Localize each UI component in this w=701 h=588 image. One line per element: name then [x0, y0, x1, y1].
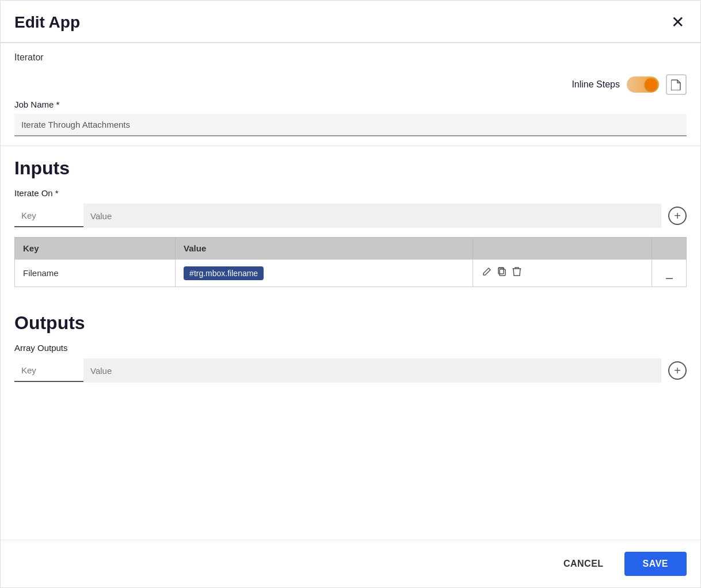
iterate-on-add-button[interactable]: +	[668, 207, 687, 225]
inline-steps-toggle[interactable]	[627, 77, 659, 93]
iterate-on-label: Iterate On *	[14, 188, 687, 198]
inputs-section: Inputs Iterate On * + Key Value	[1, 146, 700, 287]
plus-icon: +	[674, 209, 681, 223]
edit-app-dialog: Edit App ✕ Iterator Inline Steps	[0, 0, 701, 588]
iterator-section: Iterator	[1, 43, 700, 65]
toggle-track[interactable]	[627, 77, 659, 93]
toggle-thumb	[645, 78, 657, 91]
dialog-footer: CANCEL SAVE	[1, 540, 700, 587]
inputs-table-header: Key Value	[15, 238, 687, 259]
delete-row-button[interactable]	[511, 265, 523, 281]
inline-steps-row: Inline Steps	[1, 65, 700, 100]
inline-steps-label: Inline Steps	[572, 79, 620, 90]
copy-row-button[interactable]	[496, 266, 508, 280]
copy-icon	[497, 267, 506, 276]
row-key-cell: Filename	[15, 259, 176, 287]
array-outputs-key-input[interactable]	[14, 360, 83, 382]
iterate-on-input-row: +	[14, 204, 687, 228]
edit-row-button[interactable]	[481, 266, 493, 280]
edit-icon	[482, 267, 492, 276]
dialog-header: Edit App ✕	[1, 1, 700, 43]
row-value-cell: #trg.mbox.filename	[176, 259, 473, 287]
array-outputs-input-row: +	[14, 358, 687, 383]
value-tag: #trg.mbox.filename	[184, 266, 264, 280]
svg-rect-0	[500, 269, 505, 276]
drag-column-header	[652, 238, 687, 259]
cancel-button[interactable]: CANCEL	[552, 553, 615, 575]
table-row: Filename #trg.mbox.filename	[15, 259, 687, 287]
key-column-header: Key	[15, 238, 176, 259]
iterator-label: Iterator	[14, 52, 44, 62]
iterate-on-value-input[interactable]	[83, 204, 661, 228]
outputs-heading: Outputs	[14, 312, 687, 334]
close-button[interactable]: ✕	[669, 12, 687, 33]
array-outputs-add-button[interactable]: +	[668, 361, 687, 380]
dialog-body: Iterator Inline Steps Job Name *	[1, 43, 700, 540]
dialog-title: Edit App	[14, 13, 80, 32]
row-actions-cell	[473, 259, 652, 287]
inputs-table: Key Value Filename #trg.mbox.filename	[14, 237, 687, 287]
array-outputs-value-input[interactable]	[83, 358, 661, 383]
delete-icon	[512, 266, 521, 277]
job-name-section: Job Name *	[1, 100, 700, 146]
plus-icon: +	[674, 364, 681, 377]
file-icon	[671, 79, 681, 90]
inputs-heading: Inputs	[14, 158, 687, 179]
value-column-header: Value	[176, 238, 473, 259]
row-action-icons	[481, 265, 643, 281]
job-name-label: Job Name *	[14, 100, 687, 109]
inputs-table-body: Filename #trg.mbox.filename	[15, 259, 687, 287]
save-button[interactable]: SAVE	[624, 552, 687, 576]
job-name-input[interactable]	[14, 114, 687, 136]
outputs-section: Outputs Array Outputs +	[1, 301, 700, 383]
iterate-on-key-input[interactable]	[14, 205, 83, 227]
row-drag-cell[interactable]: ⎯	[652, 259, 687, 287]
actions-column-header	[473, 238, 652, 259]
file-icon-button[interactable]	[666, 74, 687, 95]
drag-handle-icon[interactable]: ⎯	[666, 266, 673, 279]
array-outputs-label: Array Outputs	[14, 343, 687, 353]
